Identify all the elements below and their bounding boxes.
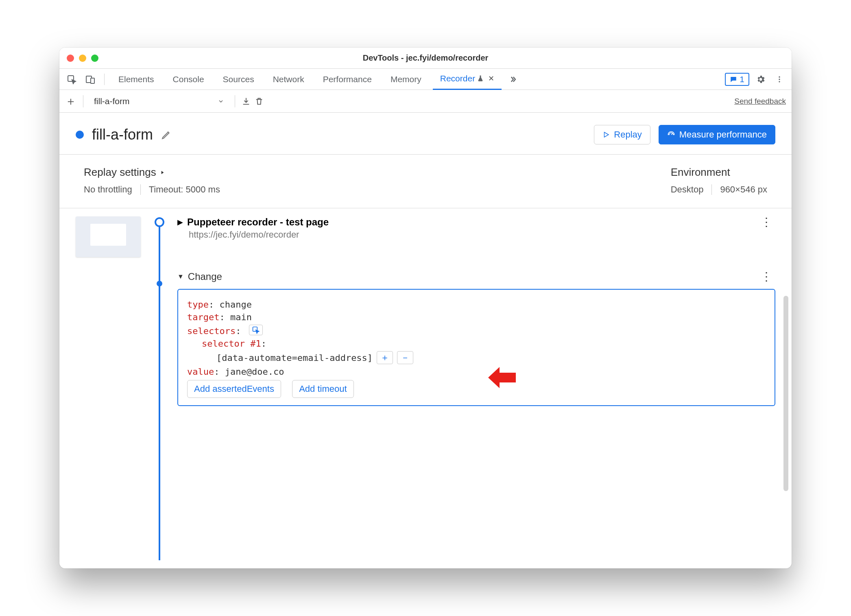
recorder-toolbar: ＋ fill-a-form Send feedback	[59, 90, 792, 113]
replay-settings-col: Replay settings No throttling Timeout: 5…	[84, 166, 220, 195]
step-change-details: type: change target: main selectors: sel…	[177, 289, 775, 406]
scrollbar[interactable]	[783, 296, 788, 491]
step-navigate-url: https://jec.fyi/demo/recorder	[189, 229, 329, 240]
tab-performance[interactable]: Performance	[316, 69, 379, 90]
measure-label: Measure performance	[679, 129, 767, 140]
step-menu-icon[interactable]: ⋮	[757, 271, 775, 282]
environment-heading: Environment	[671, 166, 767, 179]
tab-memory[interactable]: Memory	[383, 69, 429, 90]
tab-recorder-label: Recorder	[440, 74, 475, 83]
svg-point-5	[779, 81, 780, 82]
chevron-right-icon	[159, 170, 165, 175]
step-navigate-title: Puppeteer recorder - test page	[187, 216, 329, 228]
timeout-value: Timeout: 5000 ms	[149, 184, 220, 195]
divider	[711, 184, 712, 195]
tab-network[interactable]: Network	[266, 69, 312, 90]
selector-label: selector #1	[202, 339, 261, 349]
minimize-window-button[interactable]	[79, 55, 86, 62]
step-navigate-header[interactable]: ▶ Puppeteer recorder - test page	[177, 216, 329, 228]
timeline-marker-icon	[157, 281, 162, 286]
environment-col: Environment Desktop 960×546 px	[671, 166, 767, 195]
replay-button[interactable]: Replay	[594, 125, 650, 144]
export-icon[interactable]	[242, 97, 251, 106]
svg-rect-2	[91, 78, 94, 83]
svg-point-4	[779, 79, 780, 80]
tab-elements[interactable]: Elements	[111, 69, 161, 90]
devtools-window: DevTools - jec.fyi/demo/recorder Element…	[59, 48, 792, 568]
divider	[104, 74, 105, 85]
devtools-tabs: Elements Console Sources Network Perform…	[59, 69, 792, 90]
traffic-lights	[67, 55, 98, 62]
recording-select[interactable]: fill-a-form	[90, 95, 228, 108]
measure-performance-button[interactable]: Measure performance	[659, 125, 775, 144]
prop-val-target[interactable]: main	[230, 312, 252, 322]
more-tabs-icon[interactable]	[506, 72, 520, 87]
close-window-button[interactable]	[67, 55, 74, 62]
recording-name: fill-a-form	[94, 96, 130, 106]
tab-sources[interactable]: Sources	[216, 69, 262, 90]
svg-point-3	[779, 76, 780, 77]
step-menu-icon[interactable]: ⋮	[757, 216, 775, 228]
divider	[83, 95, 83, 107]
tab-recorder[interactable]: Recorder ✕	[433, 69, 502, 90]
flask-icon	[477, 75, 484, 82]
replay-label: Replay	[614, 129, 642, 140]
recording-indicator-icon	[76, 131, 84, 139]
prop-key-value: value	[187, 367, 214, 377]
delete-icon[interactable]	[255, 97, 264, 106]
page-thumbnail[interactable]: Show the load...	[76, 216, 141, 257]
timeline-marker-start-icon	[155, 217, 164, 227]
add-asserted-events-button[interactable]: Add assertedEvents	[187, 380, 281, 398]
divider	[235, 95, 235, 107]
remove-selector-button[interactable]: －	[397, 351, 413, 364]
step-navigate: ▶ Puppeteer recorder - test page https:/…	[177, 216, 775, 240]
edit-title-icon[interactable]	[161, 129, 172, 140]
device-toolbar-icon[interactable]	[83, 72, 98, 87]
chevron-right-icon: ▶	[177, 218, 183, 227]
prop-key-target: target	[187, 312, 219, 322]
settings-gear-icon[interactable]	[753, 72, 768, 87]
window-title: DevTools - jec.fyi/demo/recorder	[59, 53, 792, 63]
issues-chip[interactable]: 1	[725, 73, 749, 86]
kebab-menu-icon[interactable]	[772, 72, 787, 87]
prop-key-type: type	[187, 299, 209, 310]
chevron-down-icon: ▼	[177, 273, 184, 280]
divider	[140, 184, 141, 195]
send-feedback-link[interactable]: Send feedback	[734, 97, 786, 106]
steps-content: ▶ Puppeteer recorder - test page https:/…	[177, 216, 775, 560]
window-titlebar: DevTools - jec.fyi/demo/recorder	[59, 48, 792, 69]
tab-console[interactable]: Console	[166, 69, 212, 90]
step-change-label: Change	[188, 271, 222, 282]
inspect-element-icon[interactable]	[64, 72, 79, 87]
throttle-value: No throttling	[84, 184, 132, 195]
selector-value[interactable]: [data-automate=email-address]	[216, 353, 373, 363]
recording-title: fill-a-form	[92, 126, 153, 143]
prop-val-value[interactable]: jane@doe.co	[225, 367, 284, 377]
new-recording-icon[interactable]: ＋	[65, 94, 76, 109]
device-value: Desktop	[671, 184, 704, 195]
step-change: ▼ Change ⋮ type: change target: main sel…	[177, 271, 775, 406]
timeline	[153, 216, 165, 560]
replay-settings-heading[interactable]: Replay settings	[84, 166, 220, 179]
pick-selector-icon[interactable]	[249, 325, 263, 335]
add-timeout-button[interactable]: Add timeout	[292, 380, 353, 398]
issues-count: 1	[740, 74, 744, 84]
close-tab-icon[interactable]: ✕	[488, 74, 494, 83]
zoom-window-button[interactable]	[91, 55, 98, 62]
recording-header: fill-a-form Replay Measure performance	[59, 113, 792, 155]
step-change-header[interactable]: ▼ Change	[177, 271, 222, 282]
prop-key-selectors: selectors	[187, 326, 236, 336]
steps-area: Show the load... ▶ Puppeteer recorder - …	[59, 208, 792, 568]
viewport-value: 960×546 px	[720, 184, 767, 195]
prop-val-type[interactable]: change	[219, 299, 251, 310]
chevron-down-icon	[218, 98, 224, 105]
settings-row: Replay settings No throttling Timeout: 5…	[59, 155, 792, 208]
add-selector-button[interactable]: ＋	[377, 351, 393, 364]
